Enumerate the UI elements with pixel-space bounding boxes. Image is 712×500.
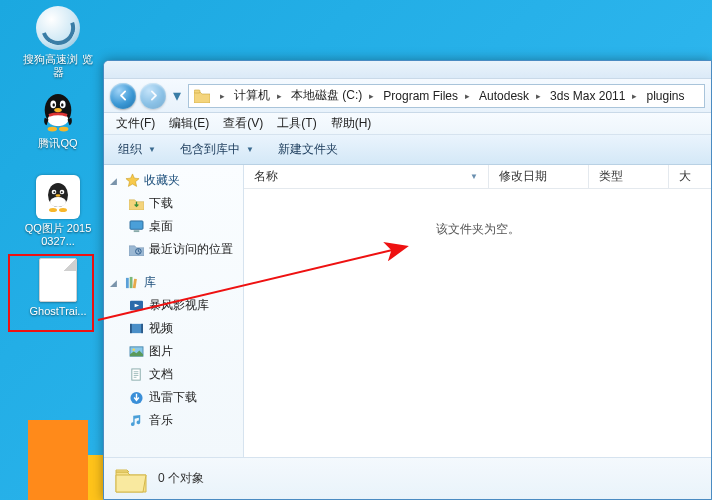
breadcrumb-chevron-icon[interactable]: ▸ [272, 85, 286, 107]
nav-item-label: 桌面 [149, 218, 173, 235]
toolbar-include-in-library[interactable]: 包含到库中▼ [174, 138, 260, 161]
nav-item-label: 下载 [149, 195, 173, 212]
xunlei-download-icon [128, 390, 144, 406]
svg-rect-24 [132, 278, 136, 288]
column-label: 名称 [254, 168, 278, 185]
music-icon [128, 413, 144, 429]
video-icon [128, 321, 144, 337]
svg-rect-19 [130, 221, 143, 229]
toolbar-label: 包含到库中 [180, 141, 240, 158]
nav-item-recent[interactable]: 最近访问的位置 [106, 238, 241, 261]
svg-rect-26 [130, 324, 143, 333]
desktop-icon-sogou-browser[interactable]: 搜狗高速浏 览器 [22, 6, 94, 79]
nav-header-favorites[interactable]: ◢ 收藏夹 [106, 169, 241, 192]
star-icon [124, 173, 140, 189]
svg-rect-20 [133, 230, 139, 232]
window-titlebar[interactable] [104, 61, 711, 79]
breadcrumb-chevron-icon[interactable]: ▸ [627, 85, 641, 107]
svg-rect-18 [194, 90, 200, 93]
toolbar-label: 组织 [118, 141, 142, 158]
svg-rect-31 [131, 368, 139, 379]
address-bar-row: ▾ ▸ 计算机 ▸ 本地磁盘 (C:) ▸ Program Files ▸ Au… [104, 79, 711, 113]
file-list-body[interactable]: 该文件夹为空。 [244, 189, 711, 457]
breadcrumb-segment[interactable]: Program Files [378, 85, 460, 107]
toolbar-organize[interactable]: 组织▼ [112, 138, 162, 161]
desktop-icon-tencent-qq[interactable]: 腾讯QQ [22, 90, 94, 150]
nav-item-downloads[interactable]: 下载 [106, 192, 241, 215]
svg-point-5 [61, 103, 63, 106]
breadcrumb-segment[interactable]: Autodesk [474, 85, 531, 107]
nav-item-storm-video[interactable]: 暴风影视库 [106, 294, 241, 317]
menu-edit[interactable]: 编辑(E) [163, 113, 215, 134]
breadcrumb-segment[interactable]: plugins [641, 85, 686, 107]
breadcrumb-segment[interactable]: 计算机 [229, 85, 272, 107]
toolbar-new-folder[interactable]: 新建文件夹 [272, 138, 344, 161]
nav-item-pictures[interactable]: 图片 [106, 340, 241, 363]
svg-point-7 [48, 127, 58, 132]
menu-tools[interactable]: 工具(T) [271, 113, 322, 134]
pictures-icon [128, 344, 144, 360]
column-header-name[interactable]: 名称 ▼ [244, 165, 489, 188]
nav-item-label: 图片 [149, 343, 173, 360]
nav-item-documents[interactable]: 文档 [106, 363, 241, 386]
nav-item-music[interactable]: 音乐 [106, 409, 241, 432]
breadcrumb-chevron-icon[interactable]: ▸ [460, 85, 474, 107]
nav-item-label: 最近访问的位置 [149, 241, 233, 258]
column-header-type[interactable]: 类型 [589, 165, 669, 188]
nav-back-button[interactable] [110, 83, 136, 109]
nav-forward-button[interactable] [140, 83, 166, 109]
explorer-window: ▾ ▸ 计算机 ▸ 本地磁盘 (C:) ▸ Program Files ▸ Au… [103, 60, 712, 500]
desktop-icon-label: GhostTrai... [22, 305, 94, 318]
desktop-icon-qq-image[interactable]: QQ图片 20150327... [22, 175, 94, 248]
svg-point-13 [53, 191, 55, 193]
desktop-icon-label: 搜狗高速浏 览器 [22, 53, 94, 79]
menu-help[interactable]: 帮助(H) [325, 113, 378, 134]
empty-folder-message: 该文件夹为空。 [436, 221, 520, 238]
column-header-size[interactable]: 大 [669, 165, 711, 188]
svg-rect-28 [141, 324, 143, 333]
breadcrumb: ▸ 计算机 ▸ 本地磁盘 (C:) ▸ Program Files ▸ Auto… [188, 84, 705, 108]
downloads-folder-icon [128, 196, 144, 212]
nav-item-videos[interactable]: 视频 [106, 317, 241, 340]
svg-point-17 [59, 208, 67, 212]
nav-item-label: 视频 [149, 320, 173, 337]
folder-thumbnail-icon [114, 464, 148, 494]
libraries-icon [124, 275, 140, 291]
menubar: 文件(F) 编辑(E) 查看(V) 工具(T) 帮助(H) [104, 113, 711, 135]
nav-history-dropdown[interactable]: ▾ [170, 85, 184, 107]
nav-group-libraries: ◢ 库 暴风影视库 视频 图片 文档 [106, 271, 241, 432]
recent-places-icon [128, 242, 144, 258]
column-headers: 名称 ▼ 修改日期 类型 大 [244, 165, 711, 189]
column-header-date[interactable]: 修改日期 [489, 165, 589, 188]
breadcrumb-chevron-icon[interactable]: ▸ [531, 85, 545, 107]
navigation-pane: ◢ 收藏夹 下载 桌面 最近访问的位置 [104, 165, 244, 457]
breadcrumb-segment[interactable]: 本地磁盘 (C:) [286, 85, 364, 107]
status-item-count: 0 个对象 [158, 470, 204, 487]
nav-item-label: 文档 [149, 366, 173, 383]
nav-item-desktop[interactable]: 桌面 [106, 215, 241, 238]
svg-point-16 [49, 208, 57, 212]
dropdown-caret-icon: ▼ [246, 145, 254, 154]
folder-icon [192, 86, 212, 106]
nav-header-libraries[interactable]: ◢ 库 [106, 271, 241, 294]
svg-rect-27 [130, 324, 132, 333]
nav-header-label: 收藏夹 [144, 172, 180, 189]
svg-point-30 [132, 348, 134, 350]
sort-indicator-icon: ▼ [470, 172, 478, 181]
breadcrumb-chevron-icon[interactable]: ▸ [364, 85, 378, 107]
desktop-icon-ghosttrails-file[interactable]: GhostTrai... [22, 258, 94, 318]
breadcrumb-root-dropdown[interactable]: ▸ [215, 85, 229, 107]
menu-file[interactable]: 文件(F) [110, 113, 161, 134]
menu-view[interactable]: 查看(V) [217, 113, 269, 134]
dropdown-caret-icon: ▼ [148, 145, 156, 154]
breadcrumb-segment[interactable]: 3ds Max 2011 [545, 85, 627, 107]
svg-rect-22 [125, 277, 128, 287]
window-body: ◢ 收藏夹 下载 桌面 最近访问的位置 [104, 165, 711, 457]
qq-penguin-icon [36, 90, 80, 134]
content-pane: 名称 ▼ 修改日期 类型 大 该文件夹为空。 [244, 165, 711, 457]
desktop-icon-label: QQ图片 20150327... [22, 222, 94, 248]
toolbar: 组织▼ 包含到库中▼ 新建文件夹 [104, 135, 711, 165]
desktop-icon-label: 腾讯QQ [22, 137, 94, 150]
expand-caret-icon: ◢ [110, 278, 120, 288]
nav-item-xunlei[interactable]: 迅雷下载 [106, 386, 241, 409]
